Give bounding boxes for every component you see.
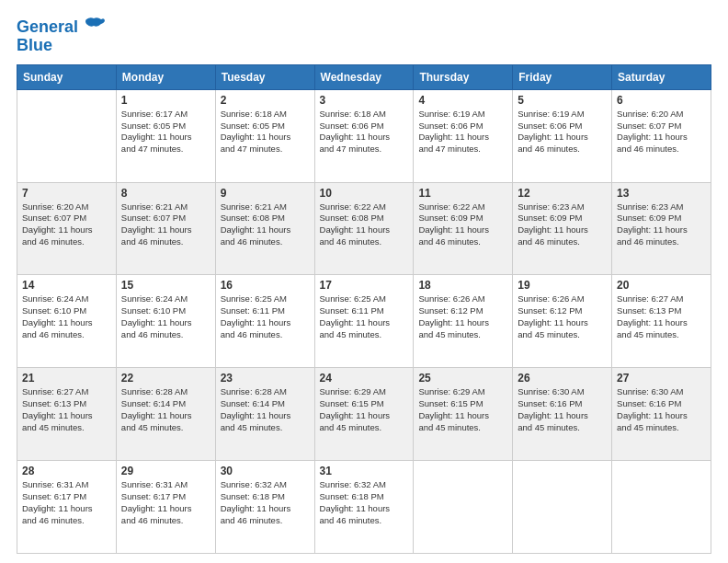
day-number: 8: [121, 187, 210, 200]
day-info: Sunrise: 6:21 AMSunset: 6:08 PMDaylight:…: [221, 201, 310, 248]
calendar-cell: 30Sunrise: 6:32 AMSunset: 6:18 PMDayligh…: [215, 461, 314, 554]
calendar-cell: 27Sunrise: 6:30 AMSunset: 6:16 PMDayligh…: [612, 368, 711, 461]
calendar-cell: [17, 89, 117, 182]
logo: General Blue: [17, 17, 105, 55]
day-info: Sunrise: 6:32 AMSunset: 6:18 PMDaylight:…: [221, 479, 310, 526]
day-info: Sunrise: 6:23 AMSunset: 6:09 PMDaylight:…: [617, 201, 706, 248]
day-number: 29: [121, 465, 210, 477]
day-number: 26: [518, 372, 607, 385]
day-info: Sunrise: 6:26 AMSunset: 6:12 PMDaylight:…: [518, 293, 607, 340]
calendar-cell: 20Sunrise: 6:27 AMSunset: 6:13 PMDayligh…: [612, 275, 711, 368]
day-info: Sunrise: 6:25 AMSunset: 6:11 PMDaylight:…: [221, 293, 310, 340]
day-info: Sunrise: 6:23 AMSunset: 6:09 PMDaylight:…: [518, 201, 607, 248]
calendar-week-row: 21Sunrise: 6:27 AMSunset: 6:13 PMDayligh…: [17, 368, 711, 461]
calendar-cell: 19Sunrise: 6:26 AMSunset: 6:12 PMDayligh…: [513, 275, 612, 368]
day-number: 6: [617, 94, 706, 107]
day-info: Sunrise: 6:31 AMSunset: 6:17 PMDaylight:…: [22, 479, 111, 526]
day-number: 30: [221, 465, 310, 477]
day-number: 9: [221, 187, 310, 200]
calendar-cell: 31Sunrise: 6:32 AMSunset: 6:18 PMDayligh…: [314, 461, 414, 554]
calendar-cell: 6Sunrise: 6:20 AMSunset: 6:07 PMDaylight…: [612, 89, 711, 182]
weekday-header-tuesday: Tuesday: [215, 64, 314, 89]
calendar-week-row: 28Sunrise: 6:31 AMSunset: 6:17 PMDayligh…: [17, 461, 711, 554]
day-info: Sunrise: 6:20 AMSunset: 6:07 PMDaylight:…: [617, 109, 706, 155]
calendar-cell: 7Sunrise: 6:20 AMSunset: 6:07 PMDaylight…: [17, 182, 117, 275]
weekday-header-monday: Monday: [116, 64, 215, 89]
calendar-cell: 2Sunrise: 6:18 AMSunset: 6:05 PMDaylight…: [215, 89, 314, 182]
calendar-cell: 22Sunrise: 6:28 AMSunset: 6:14 PMDayligh…: [116, 368, 215, 461]
logo-bird-icon: [85, 17, 105, 35]
day-number: 4: [418, 94, 507, 107]
day-number: 3: [320, 94, 409, 107]
day-number: 11: [418, 187, 507, 200]
day-info: Sunrise: 6:25 AMSunset: 6:11 PMDaylight:…: [320, 293, 409, 340]
day-number: 18: [418, 279, 507, 292]
day-info: Sunrise: 6:24 AMSunset: 6:10 PMDaylight:…: [121, 293, 210, 340]
day-info: Sunrise: 6:32 AMSunset: 6:18 PMDaylight:…: [320, 479, 409, 526]
day-info: Sunrise: 6:26 AMSunset: 6:12 PMDaylight:…: [418, 293, 507, 340]
day-info: Sunrise: 6:22 AMSunset: 6:09 PMDaylight:…: [418, 201, 507, 248]
day-number: 2: [221, 94, 310, 107]
day-info: Sunrise: 6:29 AMSunset: 6:15 PMDaylight:…: [320, 386, 409, 433]
calendar-body: 1Sunrise: 6:17 AMSunset: 6:05 PMDaylight…: [17, 89, 711, 553]
calendar-cell: 11Sunrise: 6:22 AMSunset: 6:09 PMDayligh…: [414, 182, 513, 275]
day-number: 21: [22, 372, 111, 385]
calendar-cell: [612, 461, 711, 554]
day-number: 24: [320, 372, 409, 385]
day-info: Sunrise: 6:24 AMSunset: 6:10 PMDaylight:…: [22, 293, 111, 340]
calendar-cell: 10Sunrise: 6:22 AMSunset: 6:08 PMDayligh…: [314, 182, 414, 275]
day-number: 28: [22, 465, 111, 477]
day-info: Sunrise: 6:19 AMSunset: 6:06 PMDaylight:…: [518, 109, 607, 155]
day-info: Sunrise: 6:28 AMSunset: 6:14 PMDaylight:…: [221, 386, 310, 433]
day-number: 31: [320, 465, 409, 477]
calendar-cell: 13Sunrise: 6:23 AMSunset: 6:09 PMDayligh…: [612, 182, 711, 275]
day-info: Sunrise: 6:29 AMSunset: 6:15 PMDaylight:…: [418, 386, 507, 433]
calendar-cell: 9Sunrise: 6:21 AMSunset: 6:08 PMDaylight…: [215, 182, 314, 275]
day-number: 1: [121, 94, 210, 107]
weekday-header-thursday: Thursday: [414, 64, 513, 89]
calendar-cell: 26Sunrise: 6:30 AMSunset: 6:16 PMDayligh…: [513, 368, 612, 461]
day-number: 16: [221, 279, 310, 292]
calendar-header: SundayMondayTuesdayWednesdayThursdayFrid…: [17, 64, 711, 89]
day-number: 19: [518, 279, 607, 292]
day-number: 27: [617, 372, 706, 385]
weekday-header-row: SundayMondayTuesdayWednesdayThursdayFrid…: [17, 64, 711, 89]
calendar-cell: 8Sunrise: 6:21 AMSunset: 6:07 PMDaylight…: [116, 182, 215, 275]
calendar-cell: 12Sunrise: 6:23 AMSunset: 6:09 PMDayligh…: [513, 182, 612, 275]
calendar-cell: 3Sunrise: 6:18 AMSunset: 6:06 PMDaylight…: [314, 89, 414, 182]
day-info: Sunrise: 6:27 AMSunset: 6:13 PMDaylight:…: [22, 386, 111, 433]
calendar-cell: 4Sunrise: 6:19 AMSunset: 6:06 PMDaylight…: [414, 89, 513, 182]
calendar-cell: [513, 461, 612, 554]
day-number: 10: [320, 187, 409, 200]
day-info: Sunrise: 6:17 AMSunset: 6:05 PMDaylight:…: [121, 109, 210, 155]
calendar-cell: 18Sunrise: 6:26 AMSunset: 6:12 PMDayligh…: [414, 275, 513, 368]
calendar-cell: 25Sunrise: 6:29 AMSunset: 6:15 PMDayligh…: [414, 368, 513, 461]
calendar-cell: 29Sunrise: 6:31 AMSunset: 6:17 PMDayligh…: [116, 461, 215, 554]
day-info: Sunrise: 6:22 AMSunset: 6:08 PMDaylight:…: [320, 201, 409, 248]
day-info: Sunrise: 6:30 AMSunset: 6:16 PMDaylight:…: [518, 386, 607, 433]
day-info: Sunrise: 6:28 AMSunset: 6:14 PMDaylight:…: [121, 386, 210, 433]
calendar-cell: 21Sunrise: 6:27 AMSunset: 6:13 PMDayligh…: [17, 368, 117, 461]
weekday-header-friday: Friday: [513, 64, 612, 89]
header: General Blue: [17, 17, 711, 55]
calendar-cell: 5Sunrise: 6:19 AMSunset: 6:06 PMDaylight…: [513, 89, 612, 182]
day-number: 22: [121, 372, 210, 385]
day-number: 25: [418, 372, 507, 385]
weekday-header-wednesday: Wednesday: [314, 64, 414, 89]
weekday-header-saturday: Saturday: [612, 64, 711, 89]
day-number: 13: [617, 187, 706, 200]
day-info: Sunrise: 6:27 AMSunset: 6:13 PMDaylight:…: [617, 293, 706, 340]
weekday-header-sunday: Sunday: [17, 64, 117, 89]
calendar-cell: [414, 461, 513, 554]
logo-bottom: Blue: [17, 37, 105, 55]
calendar-cell: 16Sunrise: 6:25 AMSunset: 6:11 PMDayligh…: [215, 275, 314, 368]
day-info: Sunrise: 6:19 AMSunset: 6:06 PMDaylight:…: [418, 109, 507, 155]
day-number: 12: [518, 187, 607, 200]
calendar-cell: 28Sunrise: 6:31 AMSunset: 6:17 PMDayligh…: [17, 461, 117, 554]
calendar-cell: 14Sunrise: 6:24 AMSunset: 6:10 PMDayligh…: [17, 275, 117, 368]
day-number: 5: [518, 94, 607, 107]
day-info: Sunrise: 6:18 AMSunset: 6:06 PMDaylight:…: [320, 109, 409, 155]
day-number: 15: [121, 279, 210, 292]
day-info: Sunrise: 6:31 AMSunset: 6:17 PMDaylight:…: [121, 479, 210, 526]
calendar-cell: 15Sunrise: 6:24 AMSunset: 6:10 PMDayligh…: [116, 275, 215, 368]
